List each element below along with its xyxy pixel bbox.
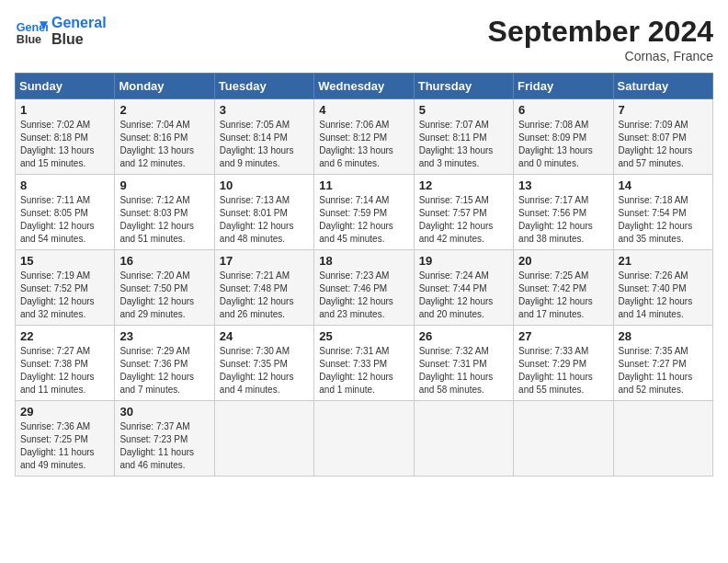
day-info: Sunrise: 7:35 AM Sunset: 7:27 PM Dayligh… — [619, 345, 708, 396]
weekday-header-sunday: Sunday — [16, 74, 115, 99]
calendar-day-empty — [514, 401, 613, 477]
weekday-header-wednesday: Wednesday — [314, 74, 414, 99]
calendar-day-22: 22Sunrise: 7:27 AM Sunset: 7:38 PM Dayli… — [16, 326, 115, 401]
day-number: 9 — [119, 178, 209, 192]
calendar-day-19: 19Sunrise: 7:24 AM Sunset: 7:44 PM Dayli… — [414, 250, 513, 326]
calendar-week-5: 29Sunrise: 7:36 AM Sunset: 7:25 PM Dayli… — [16, 401, 713, 477]
day-number: 5 — [419, 103, 508, 117]
calendar-day-21: 21Sunrise: 7:26 AM Sunset: 7:40 PM Dayli… — [613, 250, 712, 326]
calendar-day-empty — [414, 401, 513, 477]
day-info: Sunrise: 7:14 AM Sunset: 7:59 PM Dayligh… — [319, 194, 408, 246]
calendar-day-17: 17Sunrise: 7:21 AM Sunset: 7:48 PM Dayli… — [214, 250, 313, 326]
day-info: Sunrise: 7:19 AM Sunset: 7:52 PM Dayligh… — [20, 270, 109, 321]
day-number: 14 — [619, 178, 708, 192]
month-title: September 2024 — [488, 15, 713, 49]
svg-text:Blue: Blue — [17, 33, 41, 46]
calendar-day-1: 1Sunrise: 7:02 AM Sunset: 8:18 PM Daylig… — [16, 99, 115, 175]
calendar-day-6: 6Sunrise: 7:08 AM Sunset: 8:09 PM Daylig… — [514, 99, 613, 175]
calendar-day-29: 29Sunrise: 7:36 AM Sunset: 7:25 PM Dayli… — [16, 401, 115, 477]
calendar-week-1: 1Sunrise: 7:02 AM Sunset: 8:18 PM Daylig… — [16, 99, 713, 175]
calendar-day-24: 24Sunrise: 7:30 AM Sunset: 7:35 PM Dayli… — [214, 326, 313, 401]
calendar-day-28: 28Sunrise: 7:35 AM Sunset: 7:27 PM Dayli… — [613, 326, 712, 401]
calendar-body: 1Sunrise: 7:02 AM Sunset: 8:18 PM Daylig… — [16, 99, 713, 477]
weekday-header-friday: Friday — [514, 74, 613, 99]
calendar-day-9: 9Sunrise: 7:12 AM Sunset: 8:03 PM Daylig… — [115, 175, 214, 250]
day-number: 3 — [220, 103, 309, 117]
calendar-day-7: 7Sunrise: 7:09 AM Sunset: 8:07 PM Daylig… — [613, 99, 712, 175]
day-info: Sunrise: 7:29 AM Sunset: 7:36 PM Dayligh… — [119, 345, 209, 396]
day-number: 22 — [20, 329, 109, 343]
day-info: Sunrise: 7:27 AM Sunset: 7:38 PM Dayligh… — [20, 345, 109, 396]
day-info: Sunrise: 7:11 AM Sunset: 8:05 PM Dayligh… — [20, 194, 109, 246]
calendar-day-empty — [214, 401, 313, 477]
day-info: Sunrise: 7:32 AM Sunset: 7:31 PM Dayligh… — [419, 345, 508, 396]
day-info: Sunrise: 7:37 AM Sunset: 7:23 PM Dayligh… — [119, 420, 209, 472]
day-info: Sunrise: 7:12 AM Sunset: 8:03 PM Dayligh… — [119, 194, 209, 246]
day-number: 7 — [619, 103, 708, 117]
day-number: 17 — [220, 254, 309, 268]
calendar-day-2: 2Sunrise: 7:04 AM Sunset: 8:16 PM Daylig… — [115, 99, 214, 175]
logo-line2: Blue — [51, 31, 107, 48]
weekday-header-saturday: Saturday — [613, 74, 712, 99]
day-info: Sunrise: 7:07 AM Sunset: 8:11 PM Dayligh… — [419, 119, 508, 170]
day-info: Sunrise: 7:24 AM Sunset: 7:44 PM Dayligh… — [419, 270, 508, 321]
calendar-day-empty — [613, 401, 712, 477]
day-info: Sunrise: 7:30 AM Sunset: 7:35 PM Dayligh… — [220, 345, 309, 396]
calendar-day-14: 14Sunrise: 7:18 AM Sunset: 7:54 PM Dayli… — [613, 175, 712, 250]
calendar-day-4: 4Sunrise: 7:06 AM Sunset: 8:12 PM Daylig… — [314, 99, 414, 175]
logo-line1: General — [51, 15, 107, 31]
calendar-day-20: 20Sunrise: 7:25 AM Sunset: 7:42 PM Dayli… — [514, 250, 613, 326]
day-number: 4 — [319, 103, 408, 117]
day-info: Sunrise: 7:20 AM Sunset: 7:50 PM Dayligh… — [119, 270, 209, 321]
day-number: 1 — [20, 103, 109, 117]
day-number: 19 — [419, 254, 508, 268]
day-info: Sunrise: 7:17 AM Sunset: 7:56 PM Dayligh… — [518, 194, 608, 246]
day-number: 25 — [319, 329, 408, 343]
day-number: 6 — [518, 103, 608, 117]
day-info: Sunrise: 7:09 AM Sunset: 8:07 PM Dayligh… — [619, 119, 708, 170]
calendar-day-8: 8Sunrise: 7:11 AM Sunset: 8:05 PM Daylig… — [16, 175, 115, 250]
day-number: 13 — [518, 178, 608, 192]
day-info: Sunrise: 7:21 AM Sunset: 7:48 PM Dayligh… — [220, 270, 309, 321]
calendar-day-5: 5Sunrise: 7:07 AM Sunset: 8:11 PM Daylig… — [414, 99, 513, 175]
calendar-day-13: 13Sunrise: 7:17 AM Sunset: 7:56 PM Dayli… — [514, 175, 613, 250]
calendar-day-3: 3Sunrise: 7:05 AM Sunset: 8:14 PM Daylig… — [214, 99, 313, 175]
day-info: Sunrise: 7:05 AM Sunset: 8:14 PM Dayligh… — [220, 119, 309, 170]
day-number: 10 — [220, 178, 309, 192]
calendar-day-18: 18Sunrise: 7:23 AM Sunset: 7:46 PM Dayli… — [314, 250, 414, 326]
day-number: 20 — [518, 254, 608, 268]
day-info: Sunrise: 7:06 AM Sunset: 8:12 PM Dayligh… — [319, 119, 408, 170]
weekday-header-thursday: Thursday — [414, 74, 513, 99]
day-info: Sunrise: 7:31 AM Sunset: 7:33 PM Dayligh… — [319, 345, 408, 396]
day-number: 11 — [319, 178, 408, 192]
day-number: 30 — [119, 405, 209, 419]
calendar-day-25: 25Sunrise: 7:31 AM Sunset: 7:33 PM Dayli… — [314, 326, 414, 401]
calendar-day-27: 27Sunrise: 7:33 AM Sunset: 7:29 PM Dayli… — [514, 326, 613, 401]
day-info: Sunrise: 7:15 AM Sunset: 7:57 PM Dayligh… — [419, 194, 508, 246]
day-number: 24 — [220, 329, 309, 343]
calendar-day-26: 26Sunrise: 7:32 AM Sunset: 7:31 PM Dayli… — [414, 326, 513, 401]
location-subtitle: Cornas, France — [488, 49, 713, 63]
weekday-header-row: SundayMondayTuesdayWednesdayThursdayFrid… — [16, 74, 713, 99]
calendar-week-4: 22Sunrise: 7:27 AM Sunset: 7:38 PM Dayli… — [16, 326, 713, 401]
calendar-day-23: 23Sunrise: 7:29 AM Sunset: 7:36 PM Dayli… — [115, 326, 214, 401]
day-info: Sunrise: 7:33 AM Sunset: 7:29 PM Dayligh… — [518, 345, 608, 396]
calendar-week-3: 15Sunrise: 7:19 AM Sunset: 7:52 PM Dayli… — [16, 250, 713, 326]
calendar-day-12: 12Sunrise: 7:15 AM Sunset: 7:57 PM Dayli… — [414, 175, 513, 250]
day-number: 8 — [20, 178, 109, 192]
weekday-header-monday: Monday — [115, 74, 214, 99]
day-number: 27 — [518, 329, 608, 343]
calendar-day-15: 15Sunrise: 7:19 AM Sunset: 7:52 PM Dayli… — [16, 250, 115, 326]
day-info: Sunrise: 7:36 AM Sunset: 7:25 PM Dayligh… — [20, 420, 109, 472]
day-number: 16 — [119, 254, 209, 268]
day-info: Sunrise: 7:02 AM Sunset: 8:18 PM Dayligh… — [20, 119, 109, 170]
calendar-day-11: 11Sunrise: 7:14 AM Sunset: 7:59 PM Dayli… — [314, 175, 414, 250]
day-info: Sunrise: 7:18 AM Sunset: 7:54 PM Dayligh… — [619, 194, 708, 246]
calendar-table: SundayMondayTuesdayWednesdayThursdayFrid… — [15, 73, 713, 477]
day-number: 28 — [619, 329, 708, 343]
day-number: 26 — [419, 329, 508, 343]
page-header: General Blue General Blue September 2024… — [15, 15, 713, 63]
weekday-header-tuesday: Tuesday — [214, 74, 313, 99]
title-block: September 2024 Cornas, France — [488, 15, 713, 63]
logo: General Blue General Blue — [15, 15, 107, 48]
